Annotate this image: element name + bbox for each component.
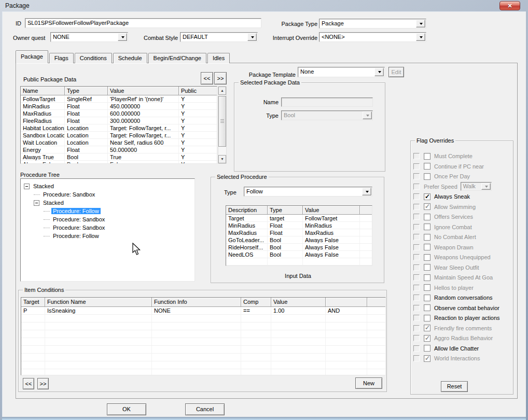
- override-checkbox[interactable]: [413, 234, 420, 240]
- column-header[interactable]: Comp: [241, 298, 271, 307]
- flag-checkbox[interactable]: [424, 304, 430, 311]
- override-checkbox[interactable]: [413, 325, 420, 331]
- tree-node-label[interactable]: Procedure: Sandbox: [41, 191, 96, 198]
- override-checkbox[interactable]: [413, 184, 420, 190]
- conditions-back-button[interactable]: <<: [23, 378, 34, 389]
- column-header[interactable]: Type: [65, 87, 108, 95]
- flag-checkbox[interactable]: [424, 315, 430, 321]
- flag-checkbox[interactable]: [424, 335, 430, 342]
- override-checkbox[interactable]: [413, 163, 420, 170]
- table-row[interactable]: MinRadiusFloat450.000000Y: [21, 103, 217, 110]
- table-row[interactable]: RideHorseIf...BoolAlways False: [226, 244, 372, 251]
- column-header[interactable]: [326, 298, 367, 307]
- flag-checkbox[interactable]: [424, 345, 430, 352]
- column-header[interactable]: Public: [179, 87, 217, 95]
- tree-node-label[interactable]: Procedure: Follow: [51, 208, 101, 214]
- tab-idles[interactable]: Idles: [207, 53, 230, 63]
- flag-checkbox[interactable]: [424, 234, 430, 241]
- table-empty-row[interactable]: [21, 346, 385, 354]
- id-input[interactable]: SL01SPSFollowerFollowPlayerPackage: [25, 18, 261, 28]
- column-header[interactable]: Value: [108, 87, 179, 95]
- combat-style-dropdown[interactable]: DEFAULT: [180, 32, 258, 42]
- conditions-forward-button[interactable]: >>: [37, 378, 49, 389]
- reset-button[interactable]: Reset: [441, 381, 468, 392]
- tree-node[interactable]: Procedure: Sandbox: [21, 190, 194, 199]
- title-bar[interactable]: Package ✕: [0, 0, 528, 11]
- override-checkbox[interactable]: [413, 335, 420, 341]
- scroll-up-icon[interactable]: ▲: [218, 87, 226, 95]
- override-checkbox[interactable]: [413, 193, 420, 200]
- tree-node[interactable]: Procedure: Follow: [21, 207, 194, 215]
- override-checkbox[interactable]: [413, 305, 420, 311]
- flag-checkbox[interactable]: [424, 254, 430, 261]
- flag-checkbox[interactable]: [424, 173, 430, 180]
- flag-checkbox[interactable]: [424, 274, 430, 281]
- flag-checkbox[interactable]: [424, 244, 430, 250]
- table-row[interactable]: GoToLeader...BoolAlways False: [226, 236, 372, 244]
- table-row[interactable]: TargettargetFollowTarget: [226, 215, 372, 222]
- column-header[interactable]: Function Name: [45, 298, 152, 307]
- table-empty-row[interactable]: [21, 315, 385, 323]
- tab-schedule[interactable]: Schedule: [113, 53, 147, 63]
- tab-begin-end-change[interactable]: Begin/End/Change: [148, 53, 206, 63]
- override-checkbox[interactable]: [413, 254, 420, 260]
- override-checkbox[interactable]: [413, 355, 420, 361]
- override-checkbox[interactable]: [413, 153, 420, 159]
- table-row[interactable]: FleeRadiusFloat300.000000Y: [21, 117, 217, 124]
- tree-collapse-icon[interactable]: [34, 200, 39, 206]
- item-conditions-table[interactable]: TargetFunction NameFunction InfoCompValu…: [21, 297, 386, 375]
- override-checkbox[interactable]: [413, 345, 420, 352]
- flag-checkbox[interactable]: [424, 153, 430, 160]
- table-row[interactable]: Always FalseBoolFalseY: [21, 161, 217, 164]
- tree-node-label[interactable]: Procedure: Follow: [51, 233, 101, 239]
- flag-checkbox[interactable]: [424, 163, 430, 170]
- column-header[interactable]: Name: [21, 87, 65, 95]
- override-checkbox[interactable]: [413, 214, 420, 220]
- package-type-dropdown[interactable]: Package: [319, 19, 426, 29]
- column-header[interactable]: Type: [268, 206, 303, 215]
- procedure-tree[interactable]: StackedProcedure: SandboxStackedProcedur…: [20, 178, 195, 282]
- table-empty-row[interactable]: [226, 258, 372, 265]
- table-empty-row[interactable]: [21, 323, 385, 330]
- flag-checkbox[interactable]: [424, 295, 430, 301]
- tree-node-label[interactable]: Procedure: Sandbox: [51, 216, 106, 222]
- new-condition-button[interactable]: New: [355, 377, 382, 389]
- table-empty-row[interactable]: [21, 338, 385, 346]
- package-template-dropdown[interactable]: None: [298, 67, 385, 77]
- column-header[interactable]: Value: [303, 206, 360, 215]
- table-scrollbar[interactable]: ▲ ▼: [218, 86, 227, 164]
- tree-node[interactable]: Stacked: [21, 182, 194, 190]
- flag-checkbox[interactable]: [424, 214, 430, 220]
- table-empty-row[interactable]: [21, 354, 385, 361]
- table-empty-row[interactable]: [21, 330, 385, 338]
- column-header[interactable]: Description: [226, 206, 268, 215]
- flag-checkbox[interactable]: [424, 264, 430, 271]
- tab-package[interactable]: Package: [16, 50, 48, 63]
- interrupt-override-dropdown[interactable]: <NONE>: [319, 32, 426, 42]
- tree-node[interactable]: Procedure: Sandbox: [21, 215, 194, 223]
- table-row[interactable]: NeedLOSBoolAlways False: [226, 251, 372, 258]
- flag-checkbox[interactable]: [424, 325, 430, 331]
- column-header[interactable]: [367, 298, 386, 307]
- tree-node[interactable]: Stacked: [21, 199, 194, 207]
- tree-node-label[interactable]: Stacked: [32, 183, 55, 189]
- flag-checkbox[interactable]: [424, 355, 430, 362]
- ok-button[interactable]: OK: [107, 403, 146, 415]
- table-row[interactable]: Habitat LocationLocationTarget: FollowTa…: [21, 124, 217, 132]
- override-checkbox[interactable]: [413, 244, 420, 250]
- table-row[interactable]: PIsSneakingNONE==1.00AND: [21, 307, 385, 315]
- column-header[interactable]: Value: [271, 298, 326, 307]
- table-row[interactable]: Wait LocationLocationNear Self, radius 6…: [21, 139, 217, 146]
- table-row[interactable]: Always TrueBoolTrueY: [21, 153, 217, 161]
- override-checkbox[interactable]: [413, 224, 420, 230]
- tree-node-label[interactable]: Procedure: Sandbox: [51, 225, 106, 231]
- override-checkbox[interactable]: [413, 315, 420, 321]
- flag-checkbox[interactable]: [424, 193, 430, 200]
- tab-flags[interactable]: Flags: [49, 53, 74, 63]
- spd-type-dropdown[interactable]: Bool: [281, 110, 373, 120]
- scrollbar-thumb[interactable]: [218, 96, 226, 147]
- procedure-type-dropdown[interactable]: Follow: [244, 187, 372, 197]
- table-row[interactable]: EnergyFloat50.000000Y: [21, 146, 217, 153]
- tree-node-label[interactable]: Stacked: [41, 200, 65, 206]
- edit-button[interactable]: Edit: [388, 67, 404, 77]
